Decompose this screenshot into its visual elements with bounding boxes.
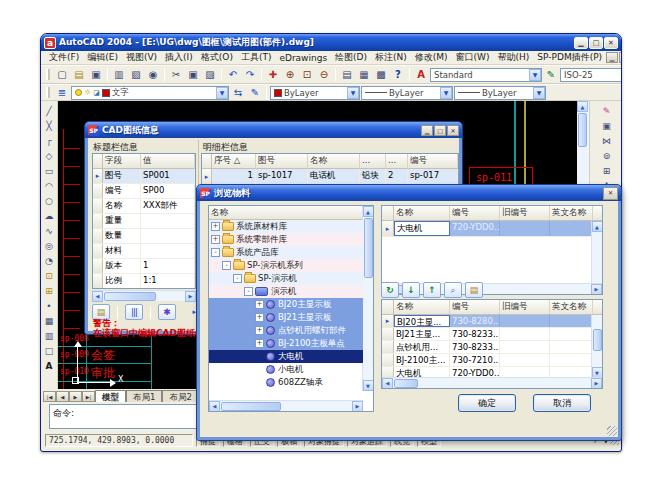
copy-object-icon[interactable]: ▣ [599,118,614,133]
table-row[interactable]: ▸ 1 sp-1017 电话机 铝块 2 sp-017 [202,169,458,185]
construction-line-icon[interactable]: ╳ [42,118,57,133]
copy-icon[interactable]: ▣ [185,67,201,82]
collapse-icon[interactable]: - [222,261,231,270]
line-icon[interactable]: ╱ [42,103,57,118]
material-list-grid[interactable]: 名称 编号 旧编号 英文名称 ▸ BJ20主显... 730-8280... B… [381,299,603,389]
tree-hscrollbar[interactable]: ◀ ▶ [209,400,363,411]
tree-item-bj2100-mainboard[interactable]: + BJ-2100主板单点 [209,337,363,350]
tab-first-icon[interactable]: |◀ [43,391,56,402]
cut-icon[interactable]: ✂ [168,67,184,82]
tree-item-raw-materials[interactable]: + 系统原材料库 [209,220,363,233]
table-row[interactable]: 版本 1 [93,259,195,274]
scroll-thumb[interactable] [364,218,373,278]
open-icon[interactable]: ▤ [71,67,87,82]
expand-icon[interactable]: + [255,339,264,348]
tree-vscrollbar[interactable]: ▲ ▼ [362,206,373,391]
tree-item-bj21-board[interactable]: + BJ21主显示板 [209,311,363,324]
toolbar-overflow-icon[interactable]: ▸ [192,308,196,316]
collapse-icon[interactable]: - [233,274,242,283]
make-layer-current-icon[interactable]: ✎ [247,85,263,100]
array-icon[interactable]: ⊞ [599,163,614,178]
titleblock-grid-hscrollbar[interactable]: ◀ ▶ [92,290,196,301]
tree-item-large-motor[interactable]: 大电机 [209,350,363,363]
spline-icon[interactable]: ∿ [42,223,57,238]
dialog-maximize-button[interactable]: □ [434,125,446,136]
scroll-left-icon[interactable]: ◀ [209,401,220,412]
save-icon[interactable]: ▣ [88,67,104,82]
tree-item-bj20-board[interactable]: + BJ20主显示板 [209,298,363,311]
properties-icon[interactable]: ▤ [339,67,355,82]
tree-item-sp-demo-machine[interactable]: - SP-演示机 [209,272,363,285]
tree-column-header[interactable]: 名称 [209,206,352,219]
rectangle-icon[interactable]: ▭ [42,163,57,178]
revision-cloud-icon[interactable]: ☁ [42,208,57,223]
table-row[interactable]: 点钞机用... 730-8233... [382,341,602,354]
titleblock-grid[interactable]: 字段 值 ▸ 图号 SP001 编号 SP00 名称 XXX部件 重量 数量 [92,153,196,289]
doc-restore-button[interactable]: ❐ [619,52,622,63]
mirror-icon[interactable]: ⋈ [599,133,614,148]
tree-item-sp-demo-series[interactable]: - SP-演示机系列 [209,259,363,272]
scroll-left-icon[interactable]: ◀ [92,291,103,302]
dim-style-combo[interactable]: ISO-25 ▼ [560,68,621,82]
chevron-down-icon[interactable]: ▼ [529,69,541,81]
scroll-right-icon[interactable]: ▶ [352,401,363,412]
menu-modify[interactable]: 修改(M) [411,51,452,64]
tab-last-icon[interactable]: ▶| [82,391,95,402]
design-center-icon[interactable]: ▦ [356,67,372,82]
dialog-close-button[interactable]: ✕ [603,187,618,200]
table-row[interactable]: ▸ 大电机 720-YDD0... [382,221,602,237]
table-row[interactable]: ▸ BJ20主显... 730-8280... [382,315,602,328]
table-row[interactable]: 编号 SP00 [93,184,195,199]
layer-states-icon[interactable]: ⇆ [230,85,246,100]
maximize-button[interactable]: □ [589,37,603,49]
scroll-thumb[interactable] [593,329,602,351]
tree-item-parts-library[interactable]: + 系统零部件库 [209,233,363,246]
make-block-icon[interactable]: ⊞ [42,283,57,298]
chevron-down-icon[interactable]: ▼ [533,87,545,99]
menu-draw[interactable]: 绘图(D) [331,51,371,64]
menu-window[interactable]: 窗口(W) [452,51,494,64]
insert-block-icon[interactable]: ⊡ [42,268,57,283]
scroll-up-icon[interactable]: ▲ [577,101,588,112]
menu-sp-pdm-plugin[interactable]: SP-PDM插件(P) [533,51,606,64]
paste-icon[interactable]: ▨ [202,67,218,82]
text-style-icon[interactable]: A [413,67,429,82]
tree-item-products-library[interactable]: - 系统产品库 [209,246,363,259]
text-style-combo[interactable]: Standard ▼ [430,68,542,82]
scroll-right-icon[interactable]: ▶ [591,378,602,389]
region-icon[interactable]: □ [42,343,57,358]
table-row[interactable]: 重量 [93,214,195,229]
minimize-button[interactable]: ▁ [574,37,588,49]
scroll-right-icon[interactable]: ▶ [185,291,196,302]
browse-dialog-titlebar[interactable]: SP 浏览物料 ✕ [197,185,621,201]
cancel-button[interactable]: 取消 [533,394,591,412]
dim-style-icon[interactable]: ✎ [543,67,559,82]
publish-icon[interactable]: ◉ [145,67,161,82]
tab-layout1[interactable]: 布局1 [126,390,162,402]
tree-item-608zz-bearing[interactable]: 608ZZ轴承 [209,376,363,389]
field-column-header[interactable]: 字段 [103,154,141,168]
layer-manager-icon[interactable]: ≣ [54,85,70,100]
scroll-up-icon[interactable]: ▲ [363,206,374,217]
table-row[interactable]: 名称 XXX部件 [93,199,195,214]
grid-vscrollbar[interactable]: ▼ [591,315,602,378]
toolbar-grip[interactable] [46,87,50,98]
tree-item-small-motor[interactable]: 小电机 [209,363,363,376]
doc-minimize-button[interactable]: ▁ [606,52,618,63]
plot-icon[interactable]: ▥ [111,67,127,82]
text-icon[interactable]: A [42,358,57,373]
cad-info-dialog-titlebar[interactable]: SP CAD图纸信息 ▁ □ ✕ [85,122,462,138]
menu-edrawings[interactable]: eDrawings [275,53,331,63]
redo-icon[interactable]: ↷ [242,67,258,82]
ellipse-arc-icon[interactable]: ◔ [42,253,57,268]
menu-tools[interactable]: 工具(T) [237,51,276,64]
print-preview-icon[interactable]: ▧ [128,67,144,82]
tab-layout2[interactable]: 布局2 [162,390,198,402]
menu-format[interactable]: 格式(O) [197,51,237,64]
undo-icon[interactable]: ↶ [225,67,241,82]
expand-icon[interactable]: + [255,313,264,322]
chevron-down-icon[interactable]: ▼ [440,87,452,99]
resize-grip[interactable] [607,426,617,436]
tab-prev-icon[interactable]: ◀ [56,391,69,402]
hatch-icon[interactable]: ▦ [42,313,57,328]
